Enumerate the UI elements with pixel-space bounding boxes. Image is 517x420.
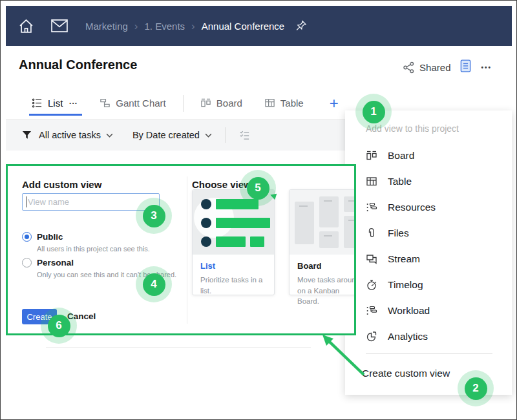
top-navbar: Marketing › 1. Events › Annual Conferenc… (6, 6, 512, 46)
card-name: Board (297, 261, 356, 271)
files-icon (366, 227, 377, 239)
more-menu-button[interactable]: ••• (481, 64, 492, 71)
step-badge-1: 1 (355, 94, 392, 130)
breadcrumb-item-events[interactable]: 1. Events (145, 21, 185, 32)
breadcrumb: Marketing › 1. Events › Annual Conferenc… (85, 21, 284, 32)
list-view-icon (32, 98, 43, 109)
workload-icon (366, 305, 377, 317)
filter-icon (21, 130, 32, 141)
radio-label: Personal (37, 258, 74, 268)
tab-gantt-chart[interactable]: Gantt Chart (100, 98, 166, 109)
breadcrumb-item-marketing[interactable]: Marketing (85, 21, 128, 32)
app-root: { "navbar": { "breadcrumb": ["Marketing"… (0, 0, 517, 420)
breadcrumb-item-current[interactable]: Annual Conference (202, 21, 284, 32)
tab-divider (183, 95, 184, 112)
tab-options-icon[interactable]: ••• (69, 100, 78, 106)
menu-item-table[interactable]: Table (366, 173, 412, 191)
shared-label: Shared (419, 62, 450, 73)
table-icon (366, 176, 377, 187)
share-icon (403, 61, 415, 74)
menu-item-label: Analytics (388, 331, 428, 342)
menu-item-files[interactable]: Files (366, 224, 409, 242)
chevron-down-icon (205, 133, 212, 138)
dialog-title: Add custom view (22, 179, 101, 190)
resources-icon (366, 202, 377, 213)
subtasks-icon[interactable] (238, 130, 251, 141)
mail-icon[interactable] (50, 18, 69, 34)
filter-label: All active tasks (39, 130, 101, 140)
chevron-down-icon (106, 133, 113, 138)
gantt-icon (100, 98, 111, 109)
menu-item-create-custom-view[interactable]: Create custom view (362, 368, 450, 379)
tab-table[interactable]: Table (264, 98, 304, 109)
radio-public[interactable]: Public (22, 232, 63, 242)
active-tab-indicator (29, 114, 82, 116)
menu-item-label: Resources (388, 202, 436, 213)
tab-list[interactable]: List ••• (32, 98, 78, 109)
tab-board[interactable]: Board (200, 98, 242, 109)
tab-label: Board (216, 98, 242, 109)
share-button[interactable]: Shared (403, 61, 450, 74)
tab-label: Gantt Chart (116, 98, 166, 109)
pin-icon[interactable] (293, 19, 308, 33)
home-icon[interactable] (17, 17, 35, 35)
text-caret (26, 196, 27, 207)
notes-icon[interactable] (459, 59, 472, 76)
board-icon (366, 150, 377, 162)
step-badge-2: 2 (458, 370, 494, 406)
menu-item-label: Workload (388, 305, 430, 317)
board-icon (200, 98, 211, 109)
radio-unselected-icon[interactable] (22, 258, 32, 268)
dialog-divider (187, 176, 187, 324)
stream-icon (366, 253, 377, 265)
list-row-divider (46, 347, 311, 348)
chevron-right-icon: › (191, 21, 195, 32)
tab-label: List (48, 98, 63, 109)
menu-item-label: Table (388, 176, 412, 187)
menu-item-stream[interactable]: Stream (366, 250, 420, 268)
tab-label: Table (280, 98, 304, 109)
timelog-icon (366, 279, 377, 291)
table-icon (264, 98, 275, 109)
header-actions: Shared ••• (403, 59, 492, 76)
menu-item-label: Stream (388, 253, 420, 265)
sort-label: By Date created (132, 130, 200, 140)
menu-item-resources[interactable]: Resources (366, 198, 436, 216)
radio-public-description: All users in this project can see this. (37, 245, 150, 253)
menu-item-label: Files (388, 227, 409, 239)
step-badge-3: 3 (136, 198, 172, 234)
step-badge-6: 6 (41, 308, 77, 344)
menu-divider (366, 353, 492, 354)
filter-dropdown[interactable]: All active tasks (39, 130, 113, 140)
radio-label: Public (37, 232, 63, 242)
view-card-board[interactable]: Board Move tasks around on a Kanban Boar… (289, 189, 356, 295)
card-description: Prioritize tasks in a list. (200, 275, 266, 296)
menu-item-analytics[interactable]: Analytics (366, 328, 428, 346)
board-preview-illustration (290, 190, 356, 255)
card-description: Move tasks around on a Kanban Board. (297, 275, 356, 307)
step-badge-4: 4 (136, 266, 172, 302)
card-name: List (200, 261, 266, 271)
add-view-button[interactable]: + (330, 96, 339, 111)
menu-item-board[interactable]: Board (366, 147, 414, 165)
radio-selected-icon[interactable] (22, 232, 32, 242)
page-title: Annual Conference (19, 58, 137, 72)
menu-item-label: Board (388, 150, 414, 162)
radio-personal[interactable]: Personal (22, 258, 74, 268)
filter-divider (225, 127, 226, 143)
menu-item-workload[interactable]: Workload (366, 302, 430, 320)
menu-item-timelog[interactable]: Timelog (366, 276, 423, 294)
chevron-right-icon: › (134, 21, 138, 32)
sort-dropdown[interactable]: By Date created (132, 130, 212, 140)
menu-item-label: Timelog (388, 279, 423, 291)
annotation-arrow (319, 332, 370, 381)
step-badge-5: 5 (240, 170, 276, 206)
